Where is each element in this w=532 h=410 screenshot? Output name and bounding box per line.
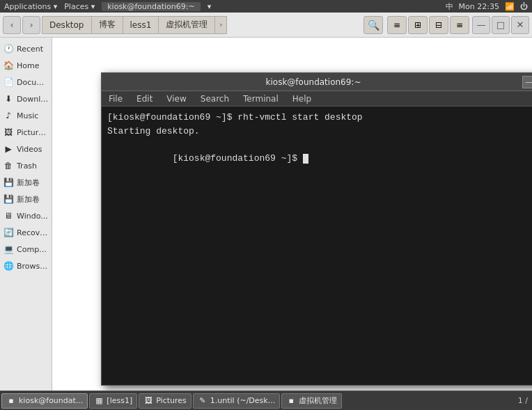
app-menu-arrow[interactable]: ▾ (208, 2, 212, 11)
sidebar-label-pictures: Picture... (17, 128, 49, 137)
sidebar-label-trash: Trash (17, 161, 37, 171)
taskbar-editor-label: 1.until (~/Desk... (210, 396, 275, 405)
taskbar-item-less1[interactable]: ▦ [less1] (89, 393, 137, 409)
terminal-menu-edit[interactable]: Edit (134, 93, 155, 105)
computer-icon: 💻 (3, 244, 14, 255)
documents-icon: 📄 (3, 77, 14, 88)
sidebar-label-volume2: 新加卷 (17, 194, 40, 205)
terminal-cursor (303, 154, 308, 164)
sidebar-item-volume1[interactable]: 💾 新加卷 (0, 174, 52, 191)
back-button[interactable]: ‹ (3, 16, 21, 34)
split-view-button[interactable]: ⊟ (429, 16, 448, 34)
terminal-window: kiosk@foundation69:~ — □ ✕ File Edit Vie… (101, 72, 532, 386)
sidebar-item-documents[interactable]: 📄 Docum... (0, 74, 52, 90)
taskbar: ▪ kiosk@foundat... ▦ [less1] 🖼 Pictures … (0, 391, 532, 410)
taskbar-item-editor[interactable]: ✎ 1.until (~/Desk... (193, 393, 280, 409)
menu-button[interactable]: ≡ (450, 16, 469, 34)
sidebar-label-documents: Docum... (17, 78, 49, 87)
taskbar-editor-icon: ✎ (198, 396, 208, 406)
terminal-line-1: [kiosk@foundation69 ~]$ rht-vmctl start … (107, 111, 532, 125)
sidebar-label-computer: Compu... (17, 245, 49, 254)
terminal-menu-search[interactable]: Search (198, 93, 232, 105)
terminal-menu-file[interactable]: File (106, 93, 125, 105)
terminal-line-2: Starting desktop. (107, 125, 532, 139)
sidebar-item-pictures[interactable]: 🖼 Picture... (0, 124, 52, 141)
sidebar-label-music: Music (17, 111, 38, 120)
windows-icon: 🖥 (3, 210, 14, 221)
bread-blog[interactable]: 博客 (91, 16, 123, 34)
sidebar-item-home[interactable]: 🏠 Home (0, 57, 52, 74)
volume1-icon: 💾 (3, 177, 14, 188)
taskbar-pictures-label: Pictures (156, 396, 187, 405)
sidebar-label-home: Home (17, 61, 39, 70)
bread-desktop[interactable]: Desktop (42, 16, 91, 34)
taskbar-vmmanage-icon: ▪ (286, 396, 296, 406)
taskbar-pictures-icon: 🖼 (143, 396, 153, 406)
bread-less1[interactable]: less1 (123, 16, 159, 34)
fm-content: kiosk@foundation69:~ — □ ✕ File Edit Vie… (52, 38, 532, 410)
sidebar-item-browse[interactable]: 🌐 Browse... (0, 258, 52, 274)
sidebar-item-windows[interactable]: 🖥 Windo... (0, 207, 52, 224)
taskbar-item-pictures[interactable]: 🖼 Pictures (139, 393, 191, 409)
terminal-titlebar: kiosk@foundation69:~ — □ ✕ (102, 73, 532, 91)
sidebar-item-recovery[interactable]: 🔄 Recove... (0, 224, 52, 241)
sidebar-label-recovery: Recove... (17, 228, 49, 237)
home-icon: 🏠 (3, 60, 14, 71)
power-icon: ⏻ (520, 2, 528, 11)
breadcrumb-arrow[interactable]: › (214, 16, 227, 34)
taskbar-item-vmmanage[interactable]: ▪ 虚拟机管理 (281, 393, 342, 409)
taskbar-less1-label: [less1] (107, 396, 132, 405)
terminal-minimize-button[interactable]: — (522, 76, 532, 88)
terminal-menu-help[interactable]: Help (290, 93, 314, 105)
taskbar-less1-icon: ▦ (94, 396, 104, 406)
fm-sidebar: 🕐 Recent 🏠 Home 📄 Docum... ⬇ Downlo... ♪… (0, 38, 52, 410)
bread-vmmanage[interactable]: 虚拟机管理 (158, 16, 214, 34)
list-view-button[interactable]: ≡ (387, 16, 407, 34)
file-manager-window: ‹ › Desktop 博客 less1 虚拟机管理 › 🔍 ≡ ⊞ ⊟ ≡ —… (0, 13, 532, 410)
trash-icon: 🗑 (3, 160, 14, 171)
sidebar-label-windows: Windo... (17, 212, 48, 221)
terminal-content[interactable]: [kiosk@foundation69 ~]$ rht-vmctl start … (102, 107, 532, 385)
terminal-line-3: [kiosk@foundation69 ~]$ (107, 138, 532, 179)
videos-icon: ▶ (3, 143, 14, 155)
sidebar-item-videos[interactable]: ▶ Videos (0, 141, 52, 157)
volume2-icon: 💾 (3, 194, 14, 205)
close-button[interactable]: ✕ (511, 16, 529, 34)
terminal-menubar: File Edit View Search Terminal Help (102, 91, 532, 107)
taskbar-terminal-label: kiosk@foundat... (19, 396, 83, 405)
sidebar-label-videos: Videos (17, 145, 42, 154)
breadcrumb: Desktop 博客 less1 虚拟机管理 › (42, 16, 358, 34)
fm-main: 🕐 Recent 🏠 Home 📄 Docum... ⬇ Downlo... ♪… (0, 38, 532, 410)
top-bar-left: Applications ▾ Places ▾ kiosk@foundation… (4, 2, 211, 11)
applications-menu[interactable]: Applications ▾ (4, 2, 57, 11)
fm-toolbar: ‹ › Desktop 博客 less1 虚拟机管理 › 🔍 ≡ ⊞ ⊟ ≡ —… (0, 13, 532, 38)
taskbar-vmmanage-label: 虚拟机管理 (299, 395, 337, 406)
terminal-menu-view[interactable]: View (164, 93, 189, 105)
grid-view-button[interactable]: ⊞ (408, 16, 428, 34)
view-buttons: ≡ ⊞ ⊟ ≡ (387, 16, 469, 34)
sidebar-item-recent[interactable]: 🕐 Recent (0, 40, 52, 57)
minimize-button[interactable]: — (472, 16, 490, 34)
terminal-menu-terminal[interactable]: Terminal (240, 93, 281, 105)
taskbar-item-terminal[interactable]: ▪ kiosk@foundat... (1, 393, 88, 409)
search-button[interactable]: 🔍 (363, 16, 383, 34)
music-icon: ♪ (3, 110, 14, 121)
sidebar-label-browse: Browse... (17, 262, 49, 271)
downloads-icon: ⬇ (3, 93, 14, 104)
maximize-button[interactable]: □ (492, 16, 510, 34)
sidebar-label-volume1: 新加卷 (17, 178, 40, 188)
top-system-bar: Applications ▾ Places ▾ kiosk@foundation… (0, 0, 532, 13)
sidebar-item-downloads[interactable]: ⬇ Downlo... (0, 90, 52, 107)
pictures-icon: 🖼 (3, 127, 14, 138)
sidebar-item-volume2[interactable]: 💾 新加卷 (0, 191, 52, 207)
sidebar-item-trash[interactable]: 🗑 Trash (0, 157, 52, 174)
clock: Mon 22:35 (459, 2, 499, 11)
sidebar-label-downloads: Downlo... (17, 95, 49, 104)
input-method-icon: 中 (446, 1, 453, 12)
sidebar-item-computer[interactable]: 💻 Compu... (0, 241, 52, 258)
network-icon: 📶 (505, 2, 515, 11)
sidebar-item-music[interactable]: ♪ Music (0, 107, 52, 124)
app-name[interactable]: kiosk@foundation69:~ (102, 2, 201, 11)
places-menu[interactable]: Places ▾ (64, 2, 95, 11)
forward-button[interactable]: › (22, 16, 40, 34)
